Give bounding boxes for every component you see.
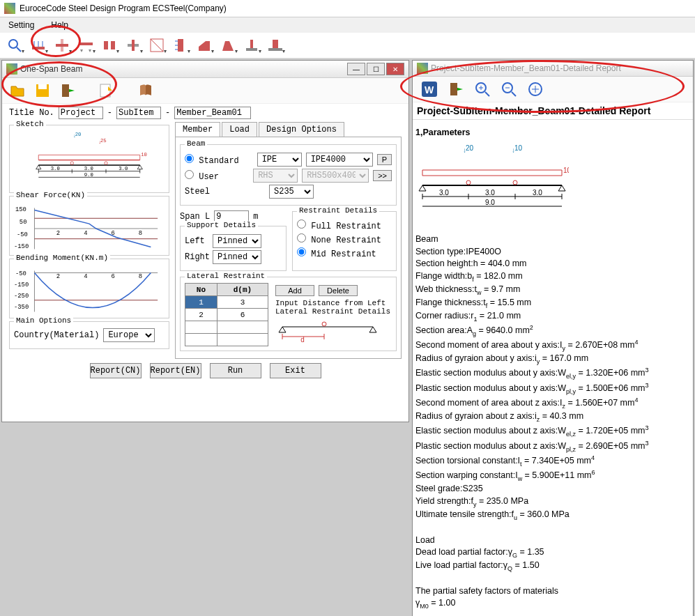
restraint-full-radio[interactable] bbox=[297, 220, 306, 229]
svg-marker-9 bbox=[80, 49, 83, 52]
svg-marker-112 bbox=[419, 185, 426, 191]
add-button[interactable]: Add bbox=[275, 285, 314, 296]
svg-marker-113 bbox=[558, 185, 565, 191]
beam-head: Beam bbox=[415, 233, 690, 246]
tool-zoom-icon[interactable] bbox=[4, 36, 25, 55]
window-icon bbox=[6, 63, 17, 75]
tool-beam9-icon[interactable] bbox=[217, 36, 238, 55]
load-lines: Dead load partial factor:γG = 1.35Live l… bbox=[415, 546, 690, 573]
report-toolbar: W bbox=[413, 77, 693, 102]
tool-beam5-icon[interactable] bbox=[123, 36, 144, 55]
save-icon[interactable] bbox=[31, 81, 54, 100]
tab-load[interactable]: Load bbox=[222, 122, 257, 137]
user-family-select[interactable]: RHS bbox=[253, 169, 298, 183]
svg-text:3.0: 3.0 bbox=[533, 189, 542, 197]
run-button[interactable]: Run bbox=[210, 363, 261, 378]
exit-door-icon[interactable] bbox=[56, 81, 79, 100]
span-label: Span L bbox=[180, 212, 210, 222]
title-no-project[interactable] bbox=[59, 107, 103, 119]
svg-text:W: W bbox=[425, 84, 434, 95]
left-window-titlebar: One-Span Beam — ☐ ✕ bbox=[2, 61, 408, 78]
svg-text:-50: -50 bbox=[17, 231, 28, 238]
standard-family-select[interactable]: IPE bbox=[257, 153, 302, 167]
tool-base2-icon[interactable] bbox=[265, 36, 286, 55]
report-sketch: ↓20 ↓10 10 3.0 3.0 3.0 9.0 bbox=[415, 142, 569, 226]
svg-text:10: 10 bbox=[141, 152, 147, 157]
report-cn-button[interactable]: Report(CN) bbox=[90, 363, 142, 378]
svg-rect-17 bbox=[178, 39, 183, 52]
tab-member[interactable]: Member bbox=[175, 122, 220, 137]
svg-rect-29 bbox=[62, 84, 69, 97]
restraint-none-radio[interactable] bbox=[297, 233, 306, 242]
svg-text:2: 2 bbox=[56, 230, 60, 237]
tool-beam2-icon[interactable] bbox=[52, 36, 72, 55]
delete-button[interactable]: Delete bbox=[319, 285, 358, 296]
standard-size-select[interactable]: IPE4000 bbox=[306, 153, 373, 167]
svg-line-97 bbox=[512, 92, 516, 96]
exit-button[interactable]: Exit bbox=[270, 363, 321, 378]
p-button[interactable]: P bbox=[377, 154, 392, 165]
max-button[interactable]: ☐ bbox=[367, 63, 385, 75]
left-window-title: One-Span Beam bbox=[20, 64, 344, 74]
sketch-group: Sketch ↓20 ↓25 10 3.0 bbox=[9, 125, 169, 193]
table-row: 13 bbox=[185, 296, 268, 309]
report-en-button[interactable]: Report(EN) bbox=[150, 363, 201, 378]
svg-rect-8 bbox=[79, 43, 93, 45]
main-toolbar bbox=[0, 33, 695, 59]
report-body[interactable]: 1,Parameters ↓20 ↓10 10 3.0 3.0 3.0 9.0 … bbox=[413, 120, 693, 616]
tool-beam3-icon[interactable] bbox=[75, 36, 96, 55]
main-options-group: Main Options Country(Material) Europe bbox=[9, 321, 169, 349]
book-icon[interactable] bbox=[135, 81, 157, 100]
svg-rect-26 bbox=[273, 40, 278, 48]
restraint-mid-radio[interactable] bbox=[297, 247, 306, 256]
svg-text:-350: -350 bbox=[14, 304, 29, 311]
svg-text:9.0: 9.0 bbox=[84, 172, 93, 178]
svg-rect-12 bbox=[111, 41, 115, 49]
country-select[interactable]: Europe bbox=[103, 328, 155, 342]
open-icon[interactable] bbox=[6, 81, 29, 100]
edit-icon[interactable] bbox=[96, 81, 118, 100]
close-button[interactable]: ✕ bbox=[386, 63, 404, 75]
tool-beam4-icon[interactable] bbox=[99, 36, 120, 55]
svg-point-114 bbox=[466, 180, 471, 185]
tool-beam6-icon[interactable] bbox=[146, 36, 167, 55]
zoom-out-icon[interactable] bbox=[498, 79, 520, 99]
svg-rect-23 bbox=[246, 48, 257, 51]
more-button[interactable]: >> bbox=[373, 170, 392, 181]
min-button[interactable]: — bbox=[347, 63, 365, 75]
restraint-group: Restraint Details Full Restraint None Re… bbox=[292, 211, 397, 271]
menu-help[interactable]: Help bbox=[48, 19, 71, 31]
tool-beam7-icon[interactable] bbox=[170, 36, 191, 55]
svg-rect-11 bbox=[104, 41, 108, 49]
svg-text:-150: -150 bbox=[14, 282, 29, 288]
tab-design-options[interactable]: Design Options bbox=[259, 122, 344, 137]
workspace: One-Span Beam — ☐ ✕ Title No. - - bbox=[0, 59, 695, 616]
word-export-icon[interactable]: W bbox=[418, 79, 441, 99]
lateral-table[interactable]: Nod(m) 13 26 bbox=[185, 283, 268, 346]
sketch-svg: ↓20 ↓25 10 3.0 3.0 3.0 bbox=[14, 130, 165, 185]
bottom-buttons: Report(CN) Report(EN) Run Exit bbox=[2, 359, 408, 383]
title-no-member[interactable] bbox=[174, 107, 251, 119]
user-size-select[interactable]: RHS500x400x12x bbox=[302, 169, 369, 183]
svg-text:3.0: 3.0 bbox=[485, 189, 495, 197]
svg-marker-10 bbox=[89, 49, 91, 52]
tool-base1-icon[interactable] bbox=[241, 36, 262, 55]
zoom-fit-icon[interactable] bbox=[524, 79, 547, 99]
standard-radio[interactable] bbox=[185, 154, 194, 163]
title-no-subitem[interactable] bbox=[116, 107, 161, 119]
svg-text:150: 150 bbox=[15, 206, 26, 213]
svg-text:10: 10 bbox=[563, 167, 569, 174]
tool-beam8-icon[interactable] bbox=[194, 36, 215, 55]
user-radio[interactable] bbox=[185, 170, 194, 179]
app-titlebar: EuroceCode Steel Design Program ECSTeel(… bbox=[0, 0, 695, 17]
support-left-select[interactable]: Pinned bbox=[213, 234, 261, 248]
moment-chart-group: Bending Moment(KN.m) -50 -150 -250 -350 … bbox=[9, 259, 169, 318]
zoom-in-icon[interactable] bbox=[471, 79, 494, 99]
steel-select[interactable]: S235 bbox=[269, 185, 314, 199]
close-report-icon[interactable] bbox=[445, 79, 467, 99]
svg-text:3.0: 3.0 bbox=[84, 166, 93, 171]
support-right-select[interactable]: Pinned bbox=[213, 250, 261, 264]
svg-line-1 bbox=[17, 47, 21, 52]
menu-setting[interactable]: Setting bbox=[6, 19, 37, 31]
tool-beam1-icon[interactable] bbox=[28, 36, 49, 55]
